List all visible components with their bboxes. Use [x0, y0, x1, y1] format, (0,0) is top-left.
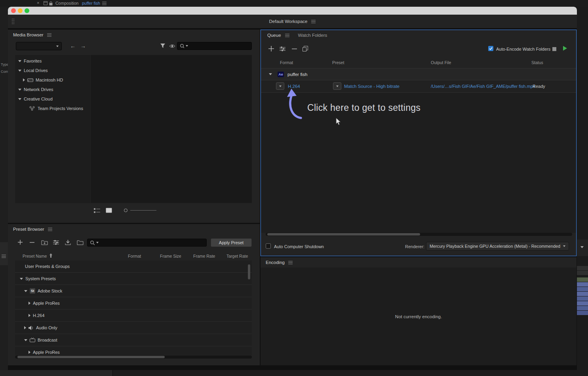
tab-close-icon[interactable]: × — [37, 0, 39, 5]
reveal-folder-icon[interactable] — [77, 240, 84, 246]
add-source-icon[interactable] — [268, 46, 274, 51]
start-queue-icon[interactable] — [563, 46, 567, 51]
duplicate-icon[interactable] — [303, 46, 308, 51]
thumbnail-size-slider-track[interactable] — [130, 210, 156, 211]
close-window-button[interactable] — [11, 8, 16, 13]
preset-row-system-presets[interactable]: System Presets — [15, 273, 252, 285]
preset-list: User Presets & Groups System Presets St … — [15, 260, 252, 355]
queue-panel-menu-icon[interactable] — [285, 35, 289, 36]
preset-row-apple-prores[interactable]: Apple ProRes — [15, 297, 252, 310]
remove-icon[interactable] — [292, 48, 297, 49]
preset-search-field[interactable] — [87, 239, 207, 247]
stop-queue-icon[interactable] — [552, 47, 556, 51]
preset-vertical-scrollbar-thumb[interactable] — [248, 264, 250, 279]
column-frame-rate[interactable]: Frame Rate — [193, 254, 215, 258]
composition-tab-label[interactable]: Composition — [55, 1, 78, 6]
chevron-down-icon[interactable] — [20, 278, 23, 280]
back-arrow-icon[interactable]: ← — [70, 42, 76, 50]
scrollbar-thumb[interactable] — [17, 356, 165, 358]
search-options-chevron-icon[interactable] — [186, 45, 188, 47]
media-search-field[interactable] — [177, 42, 252, 50]
tree-item-label: Macintosh HD — [36, 78, 63, 82]
drag-handle[interactable] — [12, 19, 13, 19]
preset-settings-icon[interactable] — [53, 240, 59, 246]
forward-arrow-icon[interactable]: → — [80, 42, 86, 50]
search-options-chevron-icon[interactable] — [96, 242, 99, 243]
preset-row-label: User Presets & Groups — [25, 264, 70, 269]
column-format[interactable]: Format — [128, 254, 141, 258]
filter-icon[interactable] — [160, 43, 166, 49]
column-preset-name[interactable]: Preset Name — [23, 254, 47, 258]
chevron-down-icon[interactable] — [18, 70, 21, 72]
chevron-right-icon[interactable] — [24, 326, 26, 329]
workspace-label[interactable]: Default Workspace — [269, 19, 308, 24]
queue-group-row[interactable]: Ae puffer fish — [261, 68, 576, 80]
queue-item-row[interactable]: H.264 Match Source - High bitrate /Users… — [261, 80, 576, 92]
renderer-label: Renderer: — [405, 244, 424, 249]
chevron-down-icon[interactable] — [24, 290, 27, 292]
chevron-down-icon[interactable] — [18, 98, 21, 100]
workspace-menu-icon[interactable] — [311, 21, 316, 22]
chevron-down-icon[interactable] — [18, 60, 21, 62]
preset-row-audio-only[interactable]: Audio Only — [15, 322, 252, 334]
format-dropdown-button[interactable] — [276, 82, 284, 90]
queue-horizontal-scrollbar[interactable] — [266, 233, 572, 236]
thumbnail-size-slider-knob[interactable] — [124, 209, 127, 212]
preset-dropdown-button[interactable] — [333, 82, 341, 90]
thumbnail-view-icon[interactable] — [106, 208, 112, 214]
composition-tab-name[interactable]: puffer fish — [82, 1, 100, 6]
eye-icon[interactable] — [169, 44, 175, 49]
column-frame-size[interactable]: Frame Size — [160, 254, 181, 258]
tree-item-creative-cloud[interactable]: Creative Cloud — [15, 94, 90, 104]
preset-row-adobe-stock[interactable]: St Adobe Stock — [15, 285, 252, 297]
annotation-text: Click here to get to settings — [307, 103, 421, 113]
chevron-down-icon[interactable] — [18, 89, 21, 91]
item-format-link[interactable]: H.264 — [288, 84, 300, 89]
tab-watch-folders[interactable]: Watch Folders — [298, 33, 327, 38]
media-browser-tree: Favorites Local Drives Macintosh HD Netw… — [15, 55, 90, 203]
auto-encode-checkbox[interactable] — [488, 46, 493, 51]
delete-preset-icon[interactable] — [29, 239, 35, 246]
zoom-window-button[interactable] — [25, 8, 29, 13]
media-browser-panel-menu-icon[interactable] — [47, 35, 51, 35]
auto-shutdown-checkbox[interactable] — [266, 243, 271, 249]
encoding-panel-menu-icon[interactable] — [288, 262, 293, 263]
tab-menu-icon[interactable] — [102, 3, 107, 4]
tree-item-macintosh-hd[interactable]: Macintosh HD — [15, 75, 90, 85]
apply-preset-button[interactable]: Apply Preset — [211, 238, 252, 247]
preset-row-apple-prores-2[interactable]: Apple ProRes — [15, 346, 252, 355]
new-preset-icon[interactable] — [17, 239, 23, 246]
sort-ascending-icon[interactable] — [49, 253, 53, 258]
chevron-right-icon[interactable] — [29, 351, 30, 354]
chevron-down-icon[interactable] — [269, 73, 272, 75]
media-search-input[interactable] — [190, 44, 249, 48]
item-output-file-link[interactable]: /Users/…s/Fish GIF/Ae/Fish GIF_AME/puffe… — [431, 84, 535, 89]
preset-row-h264[interactable]: H.264 — [15, 310, 252, 322]
preset-row-user-presets[interactable]: User Presets & Groups — [15, 260, 252, 273]
media-source-dropdown[interactable] — [16, 42, 62, 50]
background-right-edge — [577, 7, 588, 376]
tab-queue[interactable]: Queue — [267, 33, 281, 38]
preset-browser-panel-menu-icon[interactable] — [48, 229, 52, 230]
preset-search-input[interactable] — [100, 240, 204, 245]
chevron-right-icon[interactable] — [29, 302, 30, 305]
list-view-icon[interactable] — [94, 208, 100, 214]
tree-item-label: Favorites — [24, 59, 42, 63]
tree-item-network-drives[interactable]: Network Drives — [15, 85, 90, 94]
preset-row-broadcast[interactable]: Broadcast — [15, 334, 252, 346]
preset-horizontal-scrollbar[interactable] — [15, 355, 252, 359]
tree-item-team-projects[interactable]: Team Projects Versions — [15, 104, 90, 113]
import-preset-icon[interactable] — [65, 240, 71, 246]
item-preset-link[interactable]: Match Source - High bitrate — [344, 84, 400, 89]
chevron-right-icon[interactable] — [29, 314, 30, 317]
scrollbar-thumb[interactable] — [267, 233, 420, 235]
minimize-window-button[interactable] — [18, 8, 23, 13]
renderer-dropdown[interactable]: Mercury Playback Engine GPU Acceleration… — [426, 242, 569, 251]
chevron-down-icon[interactable] — [24, 339, 27, 341]
tree-item-local-drives[interactable]: Local Drives — [15, 66, 90, 75]
new-group-folder-icon[interactable] — [41, 240, 48, 246]
add-output-icon[interactable] — [280, 46, 285, 51]
tree-item-favorites[interactable]: Favorites — [15, 56, 90, 66]
chevron-right-icon[interactable] — [23, 78, 25, 82]
column-target-rate[interactable]: Target Rate — [226, 254, 248, 258]
